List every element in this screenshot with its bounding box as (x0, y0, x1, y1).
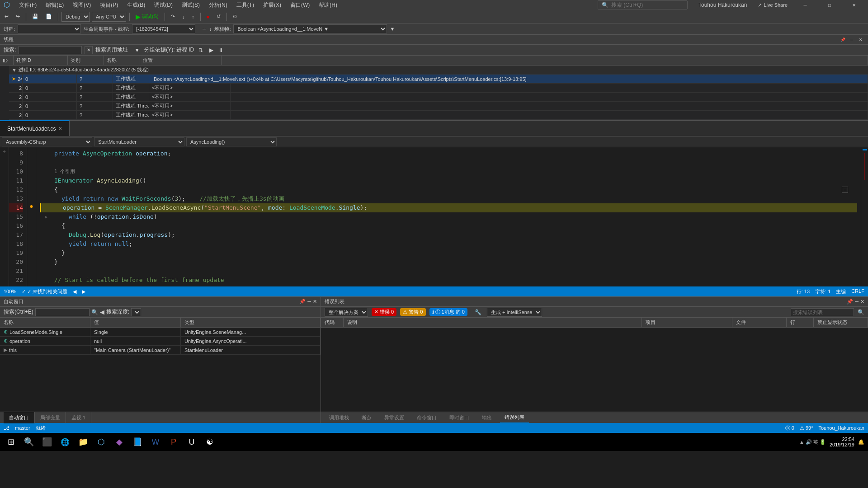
auto-nav-back[interactable]: ◀ (100, 309, 104, 315)
tab-callstack[interactable]: 调用堆栈 (325, 412, 354, 423)
tab-auto-window[interactable]: 自动窗口 (4, 412, 35, 423)
menu-help[interactable]: 帮助(H) (315, 0, 341, 10)
word-icon[interactable]: W (148, 435, 163, 449)
auto-depth-select[interactable] (131, 308, 141, 316)
tab-command[interactable]: 命令窗口 (412, 412, 441, 423)
menu-edit[interactable]: 编辑(E) (42, 0, 67, 10)
menu-file[interactable]: 文件(F) (15, 0, 40, 10)
table-row[interactable]: 2547320912 0 ? 工作线程 <不可用> (9, 84, 868, 93)
code-content[interactable]: private AsyncOperation operation; 1 个引用 … (36, 147, 861, 286)
process-minimize-btn[interactable]: ─ (848, 36, 855, 43)
process-close-btn[interactable]: ✕ (857, 36, 864, 43)
method-select[interactable]: AsyncLoading() (186, 137, 277, 146)
undo-btn[interactable]: ↩ (2, 12, 11, 22)
auto-search-input[interactable] (35, 308, 90, 316)
vs-taskbar-icon[interactable]: ⬡ (94, 435, 108, 449)
maximize-button[interactable]: □ (819, 0, 840, 10)
start-menu-btn[interactable]: ⊞ (4, 435, 18, 449)
tab-watch1[interactable]: 监视 1 (66, 412, 91, 423)
expand-btn[interactable]: + (0, 147, 9, 156)
error-pin-btn[interactable]: 📌 (847, 299, 853, 305)
assembly-select[interactable]: Assembly-CSharp (2, 137, 92, 146)
task-view-btn[interactable]: ⬛ (40, 435, 54, 449)
list-item[interactable]: ⊕ LoadSceneMode.Single Single UnityEngin… (0, 328, 321, 337)
notification-icon[interactable]: 🔔 (858, 439, 864, 445)
lifecycle-select[interactable]: [-1820545472] (132, 24, 195, 33)
scope-select[interactable]: 整个解决方案 (325, 308, 368, 317)
tab-output[interactable]: 输出 (477, 412, 496, 423)
list-item[interactable]: ⊕ operation null UnityEngine.AsyncOperat… (0, 337, 321, 346)
minimize-button[interactable]: ─ (795, 0, 816, 10)
auto-pin-btn[interactable]: 📌 (299, 299, 306, 305)
table-row[interactable]: 2547318784 0 ? 工作线程 Thread Pool Worker <… (9, 111, 868, 120)
step-over-btn[interactable]: ↷ (168, 12, 178, 22)
build-select[interactable]: 生成 + IntelliSense (487, 308, 542, 317)
tab-exceptions[interactable]: 异常设置 (380, 412, 409, 423)
error-close-btn[interactable]: ✕ (860, 299, 864, 305)
table-row[interactable]: 2547319392 0 ? 工作线程 Thread Pool Worker <… (9, 102, 868, 111)
pause-threads-btn[interactable]: ⏸ (218, 47, 223, 53)
onenote-icon[interactable]: 📘 (130, 435, 145, 449)
taichi-icon[interactable]: ☯ (203, 435, 217, 449)
save-all-btn[interactable]: 📄 (43, 12, 55, 22)
nav-next-icon[interactable]: ▶ (82, 289, 85, 295)
menu-extensions[interactable]: 扩展(X) (259, 0, 285, 10)
debug-config-select[interactable]: Debug (61, 12, 90, 22)
menu-debug[interactable]: 调试(D) (151, 0, 176, 10)
save-btn[interactable]: 💾 (29, 12, 41, 22)
tab-startmenuloader[interactable]: StartMenuLoader.cs ✕ (0, 120, 70, 136)
scroll-indicator[interactable] (863, 149, 867, 150)
file-explorer-icon[interactable]: 📁 (76, 435, 90, 449)
error-search-input[interactable] (791, 308, 854, 316)
menu-project[interactable]: 项目(P) (96, 0, 122, 10)
play-threads-btn[interactable]: ▶ (209, 47, 213, 53)
app1-icon[interactable]: ◆ (112, 435, 127, 449)
close-button[interactable]: ✕ (844, 0, 864, 10)
edge-icon[interactable]: 🌐 (58, 435, 72, 449)
stack-frame-2[interactable]: Boolean <AsyncLoading>d__1:MoveNext ()+0… (152, 75, 865, 83)
fold-btn-12[interactable]: − (842, 187, 848, 193)
list-item[interactable]: ▶ this "Main Camera (StartMenuLoader)" S… (0, 346, 321, 355)
start-debug-btn[interactable]: ▶ 调试(S) (133, 12, 161, 22)
class-select[interactable]: StartMenuLoader (94, 137, 184, 146)
process-pin-btn[interactable]: 📌 (839, 36, 846, 43)
thread-search-input[interactable] (19, 46, 82, 54)
step-into-btn[interactable]: ↓ (179, 12, 188, 22)
stop-btn[interactable]: ■ (204, 12, 212, 22)
search-taskbar-btn[interactable]: 🔍 (22, 435, 36, 449)
auto-min-btn[interactable]: ─ (307, 299, 311, 305)
auto-title: 自动窗口 (4, 298, 24, 305)
powerpoint-icon[interactable]: P (166, 435, 181, 449)
clock-area[interactable]: 22:54 2019/12/19 (830, 436, 854, 447)
tab-breakpoints[interactable]: 断点 (357, 412, 376, 423)
tab-errorlist[interactable]: 错误列表 (500, 412, 529, 423)
nav-prev-icon[interactable]: ◀ (73, 289, 76, 295)
menu-analyze[interactable]: 分析(N) (205, 0, 231, 10)
menu-tools[interactable]: 工具(T) (233, 0, 258, 10)
error-list: 错误列表 📌 ─ ✕ 整个解决方案 ✕ 错误 0 ⚠ 警告 0 ℹ ① 1消息 … (321, 297, 868, 423)
menu-test[interactable]: 测试(S) (178, 0, 203, 10)
error-min-btn[interactable]: ─ (855, 299, 859, 305)
code-line-16: { (40, 221, 857, 230)
menu-window[interactable]: 窗口(W) (287, 0, 313, 10)
redo-btn[interactable]: ↪ (13, 12, 23, 22)
breakpoints-btn[interactable]: ⊙ (230, 12, 240, 22)
process-select[interactable] (18, 24, 81, 33)
step-out-btn[interactable]: ↑ (189, 12, 197, 22)
unity-icon[interactable]: U (184, 435, 199, 449)
menu-view[interactable]: 视图(V) (69, 0, 94, 10)
menu-build[interactable]: 生成(B) (123, 0, 149, 10)
auto-close-btn[interactable]: ✕ (313, 299, 317, 305)
tab-locals[interactable]: 局部变量 (35, 412, 66, 423)
stack-select[interactable]: Boolean <AsyncLoading>d__1:MoveN ▼ (233, 24, 387, 33)
search-input[interactable] (611, 2, 684, 8)
table-row[interactable]: ➤ 2474421824 0 ? 工作线程 Boolean <AsyncLoad… (9, 75, 868, 84)
tab-immediate[interactable]: 即时窗口 (445, 412, 474, 423)
restart-btn[interactable]: ↺ (214, 12, 223, 22)
tab-close-icon[interactable]: ✕ (58, 126, 62, 131)
stack-frame-3[interactable]: Void UnityEngine.SetupCoroutine:InvokeMo… (152, 83, 865, 84)
cpu-select[interactable]: Any CPU (92, 12, 126, 22)
table-row[interactable]: 2547320000 0 ? 工作线程 <不可用> (9, 93, 868, 102)
search-clear-btn[interactable]: ✕ (85, 46, 93, 54)
live-share-btn[interactable]: ↗ Live Share (758, 2, 788, 8)
